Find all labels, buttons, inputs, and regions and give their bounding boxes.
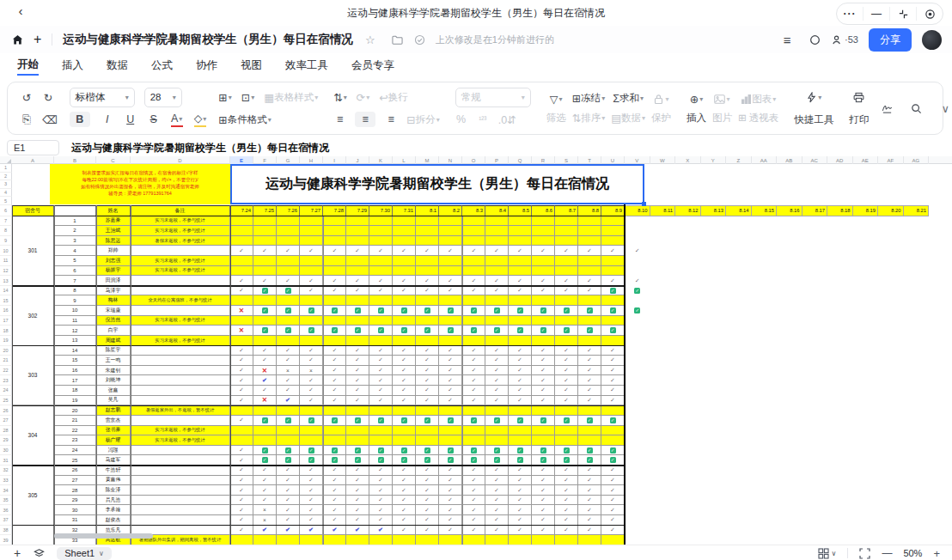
header-date[interactable]: 8.7 — [555, 205, 578, 216]
date-cell[interactable]: ✓ — [485, 326, 509, 336]
date-cell[interactable]: ✓ — [369, 286, 393, 296]
date-cell[interactable]: ✓ — [277, 276, 300, 286]
date-cell[interactable] — [462, 535, 485, 545]
dorm-cell[interactable]: 305 — [12, 466, 54, 526]
date-cell[interactable]: ✓ — [532, 276, 555, 286]
date-cell[interactable] — [277, 316, 300, 326]
green-checkbox-checked[interactable]: ✓ — [587, 457, 593, 463]
green-checkbox-checked[interactable]: ✓ — [587, 307, 593, 313]
date-cell[interactable] — [485, 266, 509, 277]
date-cell[interactable]: ✓ — [277, 375, 300, 386]
date-cell[interactable]: ✓ — [253, 476, 277, 486]
date-cell[interactable]: ✓ — [346, 356, 369, 366]
date-cell[interactable]: ✓ — [393, 326, 416, 336]
italic-button[interactable]: I — [101, 113, 113, 126]
date-cell[interactable]: ✓ — [346, 366, 369, 376]
serial-cell[interactable]: 11 — [54, 316, 96, 326]
date-cell[interactable] — [393, 405, 416, 416]
date-cell[interactable]: ✓ — [277, 476, 300, 486]
date-cell[interactable]: ✓ — [253, 496, 277, 506]
date-cell[interactable]: ✓ — [532, 386, 555, 396]
date-cell[interactable]: ✓ — [439, 346, 462, 356]
date-cell[interactable]: ✓ — [300, 356, 323, 366]
date-cell[interactable]: ✓ — [578, 515, 601, 526]
dorm-cell[interactable] — [12, 526, 54, 545]
column-header[interactable]: L — [393, 156, 416, 164]
date-cell[interactable] — [277, 236, 300, 247]
date-cell[interactable]: ✓ — [601, 496, 625, 506]
name-cell[interactable]: 苏嘉豪 — [96, 216, 131, 227]
date-cell[interactable]: ✓ — [323, 246, 346, 256]
date-cell[interactable]: ✓ — [578, 396, 601, 406]
header-date[interactable]: 8.4 — [485, 205, 509, 216]
date-cell[interactable]: ✓ — [532, 466, 555, 476]
green-checkbox-checked[interactable]: ✓ — [401, 417, 407, 423]
borders-icon[interactable]: ⊞▾ — [218, 90, 232, 104]
date-cell[interactable] — [369, 316, 393, 326]
date-cell[interactable]: ✓ — [393, 505, 416, 515]
date-cell[interactable]: ✓ — [253, 326, 277, 336]
date-cell[interactable] — [346, 316, 369, 326]
date-cell[interactable]: ✓ — [346, 485, 369, 496]
formula-value[interactable]: 运动与健康科学学院暑期留校学生（男生）每日在宿情况 — [71, 141, 329, 155]
table-style-button[interactable]: ▦ 表格样式▾ — [264, 90, 318, 104]
serial-cell[interactable]: 10 — [54, 306, 96, 316]
date-cell[interactable]: ✓ — [416, 346, 439, 356]
date-cell[interactable]: ✓ — [555, 286, 578, 296]
date-cell[interactable] — [323, 405, 346, 416]
date-cell[interactable]: ✓ — [462, 505, 485, 515]
green-checkbox-checked[interactable]: ✓ — [494, 307, 500, 313]
date-cell[interactable] — [485, 216, 509, 227]
date-cell[interactable] — [346, 336, 369, 346]
date-cell[interactable]: ✓ — [277, 485, 300, 496]
name-cell[interactable]: 田润泽 — [96, 276, 131, 286]
date-cell[interactable]: ✓ — [393, 386, 416, 396]
date-cell[interactable]: ✓ — [230, 485, 253, 496]
date-cell[interactable]: ✓ — [323, 455, 346, 466]
collaborators-icon[interactable]: ·53 — [832, 29, 858, 50]
date-cell[interactable] — [532, 236, 555, 247]
date-cell[interactable]: ✓ — [346, 375, 369, 386]
column-header[interactable]: W — [650, 156, 676, 164]
date-cell[interactable] — [369, 535, 393, 545]
date-cell[interactable] — [485, 426, 509, 436]
green-checkbox-checked[interactable]: ✓ — [308, 447, 314, 453]
date-cell[interactable]: ✓ — [601, 386, 625, 396]
remark-cell[interactable] — [131, 276, 230, 286]
serial-cell[interactable]: 4 — [54, 246, 96, 256]
serial-cell[interactable]: 18 — [54, 386, 96, 396]
date-cell[interactable]: ✕ — [230, 326, 253, 336]
date-cell[interactable] — [462, 316, 485, 326]
date-cell[interactable]: ✓ — [509, 526, 532, 536]
date-cell[interactable] — [555, 295, 578, 306]
date-cell[interactable] — [323, 256, 346, 266]
header-date[interactable]: 8.12 — [675, 205, 701, 216]
date-cell[interactable] — [555, 426, 578, 436]
wrap-text-button[interactable]: ↩ 换行 — [379, 90, 407, 104]
date-cell[interactable]: ✓ — [555, 246, 578, 256]
date-cell[interactable]: ✓ — [416, 326, 439, 336]
column-header[interactable]: AC — [802, 156, 828, 164]
align-center-icon[interactable]: ≡ — [355, 112, 375, 127]
date-cell[interactable] — [300, 226, 323, 236]
date-cell[interactable] — [393, 535, 416, 545]
date-cell[interactable] — [532, 426, 555, 436]
date-cell[interactable]: ✓ — [578, 455, 601, 466]
remark-cell[interactable] — [131, 476, 230, 486]
date-cell[interactable]: ✓ — [346, 246, 369, 256]
row-number[interactable]: 33 — [0, 476, 12, 486]
collapse-toolbar-icon[interactable]: ∨ — [939, 101, 951, 115]
date-cell[interactable]: ✓ — [462, 246, 485, 256]
date-cell[interactable]: ✓ — [416, 306, 439, 316]
share-button[interactable]: 分享 — [869, 28, 912, 52]
serial-cell[interactable]: 12 — [54, 326, 96, 336]
date-cell[interactable]: ✓ — [578, 356, 601, 366]
date-cell[interactable] — [416, 226, 439, 236]
green-checkbox-checked[interactable]: ✓ — [355, 327, 361, 333]
date-cell[interactable]: ✓ — [277, 416, 300, 426]
date-cell[interactable] — [601, 216, 625, 227]
remark-cell[interactable] — [131, 515, 230, 526]
date-cell[interactable] — [393, 435, 416, 446]
date-cell[interactable] — [601, 295, 625, 306]
date-cell[interactable]: ✓ — [509, 276, 532, 286]
